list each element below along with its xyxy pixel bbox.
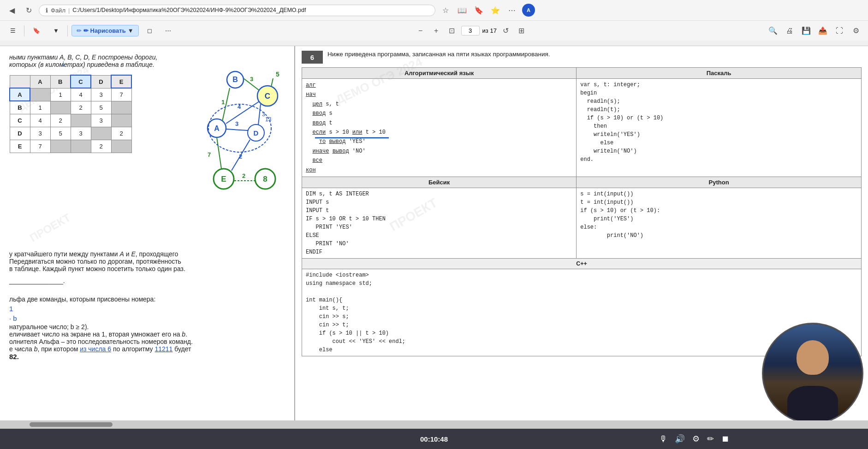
- algo-inache: иначе: [312, 148, 329, 154]
- svg-text:13: 13: [265, 116, 272, 123]
- save-pdf-button[interactable]: 💾: [800, 24, 813, 37]
- eraser-button[interactable]: ◻: [143, 25, 157, 36]
- svg-text:3: 3: [250, 76, 253, 83]
- zoom-out-button[interactable]: −: [414, 24, 427, 37]
- answer-blank: _______________.: [9, 277, 285, 284]
- browser-chrome: ◀ ↻ ℹ Файл | C:/Users/1/Desktop/Информат…: [0, 0, 868, 46]
- pascal-header: Паскаль: [577, 68, 862, 79]
- problem-number-badge: 6: [302, 51, 323, 64]
- scrollbar-thumb[interactable]: [30, 422, 113, 427]
- fit-width-button[interactable]: ⊞: [515, 24, 528, 37]
- bookmark-dropdown-button[interactable]: ▼: [48, 25, 64, 36]
- status-settings-icon[interactable]: ⚙: [692, 434, 700, 444]
- pen-status-icon[interactable]: ✏: [707, 434, 714, 444]
- prog-languages-table: Алгоритмический язык Паскаль алг нач цел…: [302, 67, 862, 356]
- question-line-1: у кратчайшего пути между пунктами A и E,…: [9, 250, 285, 258]
- svg-text:1: 1: [221, 99, 225, 106]
- status-bar: 00:10:48 🎙 🔊 ⚙ ✏ ⏹: [0, 429, 868, 449]
- basic-header: Бейсик: [302, 177, 577, 188]
- sidebar-toggle-button[interactable]: ☰: [6, 25, 20, 36]
- answer-bold: 82.: [9, 353, 285, 360]
- algo-alg: алг: [306, 82, 316, 89]
- webcam-window: [762, 323, 863, 424]
- page-total-label: из 17: [482, 27, 497, 34]
- refresh-button[interactable]: ↻: [22, 4, 35, 17]
- algo-header: Алгоритмический язык: [302, 68, 577, 79]
- svg-text:5: 5: [276, 71, 279, 78]
- svg-text:D: D: [254, 129, 259, 137]
- page-number-input[interactable]: [461, 26, 480, 35]
- arrow-annotation: ↓: [61, 58, 65, 69]
- algo-vse: все: [312, 157, 322, 164]
- eraser-icon: ◻: [147, 27, 152, 34]
- browser-more-button[interactable]: ⋯: [505, 4, 518, 17]
- algo-kon: кон: [306, 167, 316, 173]
- basic-code-cell: DIM s, t AS INTEGER INPUT s INPUT t IF s…: [302, 188, 577, 258]
- svg-line-18: [226, 129, 248, 130]
- algo-cel: цел: [312, 101, 322, 107]
- mic-icon[interactable]: 🎙: [659, 434, 667, 444]
- volume-icon[interactable]: 🔊: [675, 434, 685, 444]
- address-box[interactable]: ℹ Файл | C:/Users/1/Desktop/Информатика%…: [39, 5, 435, 16]
- collections-button[interactable]: 🔖: [472, 4, 485, 17]
- status-icons: 🎙 🔊 ⚙ ✏ ⏹: [659, 434, 730, 444]
- draw-dropdown-icon: ▼: [128, 27, 134, 34]
- python-code-text: s = int(input()) t = int(input()) if (s …: [580, 190, 857, 240]
- pdf-settings-button[interactable]: ⚙: [850, 24, 862, 37]
- problem-6-header: 6 Ниже приведена программа, записанная н…: [302, 51, 862, 64]
- cmd-display: 1: [9, 305, 285, 313]
- svg-text:E: E: [221, 175, 226, 183]
- algo-vvod-t: ввод: [312, 120, 326, 126]
- webcam-person-image: [763, 324, 862, 423]
- algo-to: то: [319, 138, 326, 145]
- svg-text:C: C: [265, 92, 270, 100]
- address-separator: |: [68, 7, 70, 14]
- svg-text:8: 8: [263, 175, 267, 183]
- table-container: ↓ A B C D E A 1 4 3 7: [9, 71, 132, 157]
- person-body: [787, 386, 838, 423]
- section-2: льфа две команды, которым присвоены номе…: [9, 295, 285, 360]
- fullscreen-button[interactable]: ⛶: [833, 24, 846, 37]
- draw-button[interactable]: ✏ ✏ Нарисовать ▼: [71, 25, 139, 36]
- algo-esli: если: [312, 129, 326, 136]
- person-head: [797, 340, 829, 375]
- svg-text:B: B: [232, 76, 238, 83]
- time-display: 00:10:48: [420, 435, 448, 443]
- left-pdf-panel: ДЕМО ОГЭ 2024 ПРОЕКТ ными пунктами A, B,…: [0, 46, 295, 429]
- natural-text: натуральное число; b ≥ 2).: [9, 323, 285, 331]
- svg-line-20: [258, 104, 261, 125]
- svg-text:A: A: [214, 124, 220, 132]
- record-stop-icon[interactable]: ⏹: [721, 434, 730, 444]
- favorites-button[interactable]: ⭐: [489, 4, 502, 17]
- main-content: ДЕМО ОГЭ 2024 ПРОЕКТ ными пунктами A, B,…: [0, 46, 868, 429]
- question-section: у кратчайшего пути между пунктами A и E,…: [9, 250, 285, 284]
- question-line-2: Передвигаться можно только по дорогам, п…: [9, 258, 285, 265]
- print-button[interactable]: 🖨: [783, 24, 796, 37]
- page-controls: − + ⊡ из 17 ↺ ⊞: [414, 24, 528, 37]
- scrollbar-area[interactable]: [0, 420, 868, 429]
- right-pdf-panel: ДЕМО ОГЭ 2024 ПРОЕКТ 6 Ниже приведена пр…: [295, 46, 868, 429]
- search-pdf-button[interactable]: 🔍: [767, 24, 779, 37]
- svg-text:2: 2: [239, 153, 242, 160]
- svg-text:2: 2: [242, 172, 245, 179]
- cpp-header-cell: C++: [302, 258, 862, 269]
- rotate-button[interactable]: ↺: [499, 24, 512, 37]
- basic-code-text: DIM s, t AS INTEGER INPUT s INPUT t IF s…: [306, 190, 572, 256]
- address-prefix: Файл: [51, 7, 65, 14]
- multiply-text: еличивает число на экране на 1, вторая у…: [9, 331, 285, 338]
- profile-button[interactable]: A: [522, 4, 535, 17]
- more-draw-tools-button[interactable]: ⋯: [161, 25, 176, 36]
- cmd2-display: · b: [9, 314, 285, 322]
- algo-code-text: алг нач цел s, t ввод s ввод t если s > …: [306, 81, 572, 175]
- share-button[interactable]: 📤: [816, 24, 829, 37]
- reader-button[interactable]: 📖: [456, 4, 469, 17]
- fit-page-button[interactable]: ⊡: [446, 24, 458, 37]
- find-text: е числа b, при котором из числа 6 по алг…: [9, 345, 285, 353]
- bookmark-panel-button[interactable]: 🔖: [28, 25, 45, 36]
- algo-nach: нач: [306, 91, 316, 98]
- zoom-in-button[interactable]: +: [430, 24, 443, 37]
- back-button[interactable]: ◀: [6, 4, 18, 17]
- graph-svg: B C A D E 8 1 3 4: [194, 68, 286, 202]
- address-info-icon: ℹ: [46, 7, 48, 14]
- bookmark-button[interactable]: ☆: [439, 4, 452, 17]
